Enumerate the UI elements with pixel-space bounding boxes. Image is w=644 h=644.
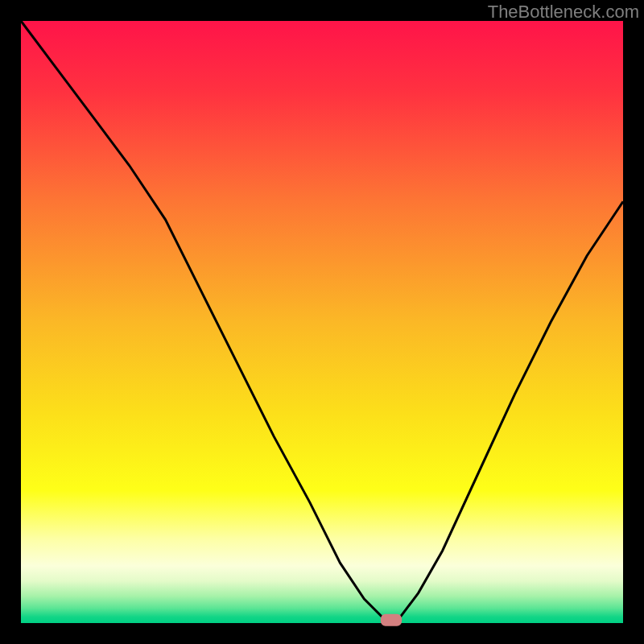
source-label: TheBottleneck.com: [488, 2, 639, 23]
chart-container: TheBottleneck.com: [0, 0, 644, 644]
target-marker: [381, 614, 402, 626]
plot-background: [21, 21, 623, 623]
bottleneck-chart: [0, 0, 644, 644]
